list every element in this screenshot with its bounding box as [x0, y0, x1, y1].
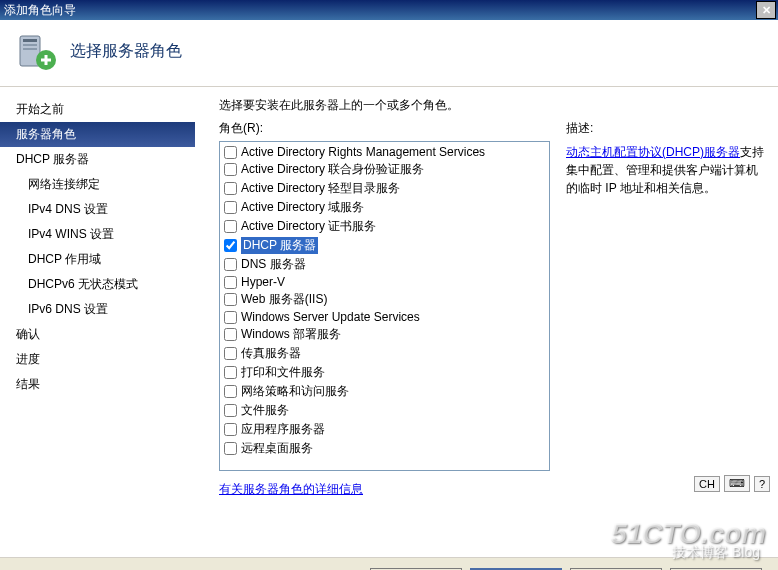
- role-checkbox[interactable]: [224, 201, 237, 214]
- role-label: 传真服务器: [241, 345, 301, 362]
- sidebar-step[interactable]: 结果: [0, 372, 195, 397]
- role-item[interactable]: Active Directory Rights Management Servi…: [222, 144, 547, 160]
- role-label: Active Directory 证书服务: [241, 218, 376, 235]
- svg-rect-3: [23, 48, 37, 50]
- wizard-icon: [16, 30, 58, 72]
- role-item[interactable]: 远程桌面服务: [222, 439, 547, 458]
- role-label: DNS 服务器: [241, 256, 306, 273]
- keyboard-icon[interactable]: ⌨: [724, 475, 750, 492]
- role-checkbox[interactable]: [224, 182, 237, 195]
- sidebar-step[interactable]: DHCP 作用域: [0, 247, 195, 272]
- role-label: 远程桌面服务: [241, 440, 313, 457]
- role-checkbox[interactable]: [224, 239, 237, 252]
- close-button[interactable]: ✕: [756, 1, 776, 19]
- page-title: 选择服务器角色: [70, 41, 182, 62]
- sidebar-step[interactable]: 网络连接绑定: [0, 172, 195, 197]
- role-label: DHCP 服务器: [241, 237, 318, 254]
- description-link[interactable]: 动态主机配置协议(DHCP)服务器: [566, 145, 740, 159]
- roles-label: 角色(R):: [219, 120, 550, 137]
- sidebar-step[interactable]: IPv6 DNS 设置: [0, 297, 195, 322]
- role-checkbox[interactable]: [224, 366, 237, 379]
- sidebar-step[interactable]: IPv4 WINS 设置: [0, 222, 195, 247]
- sidebar-step[interactable]: DHCPv6 无状态模式: [0, 272, 195, 297]
- more-info-link[interactable]: 有关服务器角色的详细信息: [219, 482, 363, 496]
- role-item[interactable]: 传真服务器: [222, 344, 547, 363]
- role-label: Windows Server Update Services: [241, 310, 420, 324]
- role-label: Web 服务器(IIS): [241, 291, 327, 308]
- role-item[interactable]: 打印和文件服务: [222, 363, 547, 382]
- role-checkbox[interactable]: [224, 276, 237, 289]
- role-checkbox[interactable]: [224, 404, 237, 417]
- sidebar-step[interactable]: 确认: [0, 322, 195, 347]
- role-checkbox[interactable]: [224, 385, 237, 398]
- content-area: 开始之前服务器角色DHCP 服务器网络连接绑定IPv4 DNS 设置IPv4 W…: [0, 87, 778, 557]
- role-label: Windows 部署服务: [241, 326, 341, 343]
- role-checkbox[interactable]: [224, 347, 237, 360]
- role-label: Active Directory 域服务: [241, 199, 364, 216]
- role-checkbox[interactable]: [224, 146, 237, 159]
- role-item[interactable]: Active Directory 域服务: [222, 198, 547, 217]
- role-checkbox[interactable]: [224, 220, 237, 233]
- role-label: 文件服务: [241, 402, 289, 419]
- role-item[interactable]: 网络策略和访问服务: [222, 382, 547, 401]
- role-checkbox[interactable]: [224, 311, 237, 324]
- sidebar-step[interactable]: 进度: [0, 347, 195, 372]
- role-label: Active Directory 联合身份验证服务: [241, 161, 424, 178]
- help-icon[interactable]: ?: [754, 476, 770, 492]
- role-checkbox[interactable]: [224, 163, 237, 176]
- role-label: 打印和文件服务: [241, 364, 325, 381]
- role-checkbox[interactable]: [224, 293, 237, 306]
- instruction-text: 选择要安装在此服务器上的一个或多个角色。: [219, 97, 766, 114]
- role-checkbox[interactable]: [224, 258, 237, 271]
- role-label: Active Directory Rights Management Servi…: [241, 145, 485, 159]
- ime-indicator[interactable]: CH: [694, 476, 720, 492]
- role-item[interactable]: Windows 部署服务: [222, 325, 547, 344]
- role-checkbox[interactable]: [224, 442, 237, 455]
- window-title: 添加角色向导: [4, 2, 76, 19]
- svg-rect-2: [23, 44, 37, 46]
- role-item[interactable]: Active Directory 轻型目录服务: [222, 179, 547, 198]
- role-item[interactable]: Active Directory 证书服务: [222, 217, 547, 236]
- description-text: 动态主机配置协议(DHCP)服务器支持集中配置、管理和提供客户端计算机的临时 I…: [566, 143, 766, 197]
- sidebar-step[interactable]: IPv4 DNS 设置: [0, 197, 195, 222]
- sidebar-step[interactable]: DHCP 服务器: [0, 147, 195, 172]
- button-bar: < 上一步(P) 下一步(N) > 安装(I) 取消: [0, 557, 778, 570]
- description-label: 描述:: [566, 120, 766, 137]
- sidebar-step[interactable]: 服务器角色: [0, 122, 195, 147]
- role-item[interactable]: Web 服务器(IIS): [222, 290, 547, 309]
- sidebar-step[interactable]: 开始之前: [0, 97, 195, 122]
- main-panel: 选择要安装在此服务器上的一个或多个角色。 角色(R): Active Direc…: [195, 87, 778, 557]
- role-checkbox[interactable]: [224, 328, 237, 341]
- role-item[interactable]: Hyper-V: [222, 274, 547, 290]
- role-item[interactable]: 文件服务: [222, 401, 547, 420]
- role-checkbox[interactable]: [224, 423, 237, 436]
- titlebar: 添加角色向导 ✕: [0, 0, 778, 20]
- role-label: 应用程序服务器: [241, 421, 325, 438]
- system-tray: CH ⌨ ?: [694, 475, 770, 492]
- role-item[interactable]: DNS 服务器: [222, 255, 547, 274]
- role-label: Active Directory 轻型目录服务: [241, 180, 400, 197]
- role-item[interactable]: DHCP 服务器: [222, 236, 547, 255]
- wizard-steps-sidebar: 开始之前服务器角色DHCP 服务器网络连接绑定IPv4 DNS 设置IPv4 W…: [0, 87, 195, 557]
- role-item[interactable]: Windows Server Update Services: [222, 309, 547, 325]
- role-item[interactable]: 应用程序服务器: [222, 420, 547, 439]
- svg-rect-1: [23, 39, 37, 42]
- role-label: Hyper-V: [241, 275, 285, 289]
- wizard-header: 选择服务器角色: [0, 20, 778, 87]
- role-item[interactable]: Active Directory 联合身份验证服务: [222, 160, 547, 179]
- roles-list[interactable]: Active Directory Rights Management Servi…: [219, 141, 550, 471]
- role-label: 网络策略和访问服务: [241, 383, 349, 400]
